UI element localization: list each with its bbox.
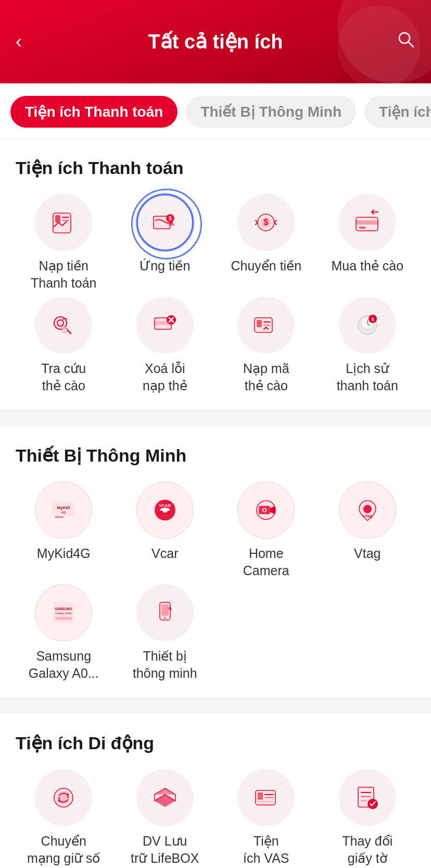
icon-grid-3a: Chuyểnmạng giữ số DV Lưutrữ LifeBOX <box>16 769 415 866</box>
icon-circle-nap-tien <box>35 194 92 251</box>
svg-text:SAMSUNG: SAMSUNG <box>55 607 72 611</box>
tabs-container: Tiện ích Thanh toán Thiết Bị Thông Minh … <box>0 83 431 139</box>
svg-text:VCAR: VCAR <box>159 503 171 508</box>
icon-grid-1b: Tra cứuthẻ cào Xoá lỗinạp thẻ <box>16 296 415 394</box>
item-thay-doi-giay-to[interactable]: Thay đổigiấy tờ <box>320 769 416 866</box>
label-thay-doi-giay-to: Thay đổigiấy tờ <box>342 833 392 866</box>
label-mykid4g: MyKid4G <box>37 545 91 562</box>
section-thiet-bi-thong-minh: Thiết Bị Thông Minh MyKiD 4G MyKid4G <box>0 426 431 697</box>
icon-circle-document <box>339 769 396 826</box>
icon-grid-2a: MyKiD 4G MyKid4G VCAR Vcar <box>16 481 415 579</box>
icon-circle-lifebox <box>136 769 194 826</box>
label-vas: Tiệních VAS <box>243 833 289 866</box>
label-samsung: SamsungGalaxy A0... <box>29 648 99 681</box>
section-title-3: Tiện ích Di động <box>16 733 415 753</box>
header: ‹ Tất cả tiện ích <box>0 0 431 83</box>
label-tra-cuu: Tra cứuthẻ cào <box>41 360 86 394</box>
tab-tien-ich-thanh-toan[interactable]: Tiện ích Thanh toán <box>10 96 178 128</box>
item-mykid4g[interactable]: MyKiD 4G MyKid4G <box>16 481 112 579</box>
svg-rect-65 <box>258 792 263 800</box>
svg-point-47 <box>263 509 265 511</box>
label-lifebox: DV Lưutrữ LifeBOX <box>131 833 199 866</box>
label-xoa-loi: Xoá lỗinạp thẻ <box>143 360 187 394</box>
icon-circle-tra-cuu <box>35 296 92 354</box>
item-xoa-loi-nap-the[interactable]: Xoá lỗinạp thẻ <box>117 296 213 394</box>
section-tien-ich-thanh-toan: Tiện ích Thanh toán Nạp tiềnThanh toán <box>0 139 431 410</box>
icon-circle-vas <box>237 769 295 826</box>
page-title: Tất cả tiện ích <box>148 30 283 53</box>
item-home-camera[interactable]: HomeCamera <box>218 481 314 579</box>
search-button[interactable] <box>397 30 415 53</box>
svg-text:$: $ <box>371 317 374 322</box>
icon-circle-vcar: VCAR <box>136 481 194 539</box>
section-title-1: Tiện ích Thanh toán <box>16 157 415 178</box>
section-title-2: Thiết Bị Thông Minh <box>16 445 415 466</box>
svg-text:$: $ <box>169 216 172 221</box>
label-lich-su: Lịch sửthanh toán <box>337 360 398 394</box>
icon-circle-home-camera <box>237 481 295 539</box>
icon-circle-chuyen-tien: $ <box>237 194 295 251</box>
svg-text:Galaxy A04e: Galaxy A04e <box>56 612 72 615</box>
item-ung-tien[interactable]: $ Ứng tiền <box>117 194 213 291</box>
divider-1 <box>0 418 431 426</box>
label-home-camera: HomeCamera <box>243 545 289 579</box>
svg-rect-38 <box>55 516 64 518</box>
svg-rect-25 <box>257 320 262 327</box>
svg-point-41 <box>167 511 170 514</box>
placeholder-2 <box>320 584 416 681</box>
icon-circle-nap-ma <box>237 296 295 354</box>
svg-point-40 <box>160 511 163 514</box>
item-nap-tien-thanh-toan[interactable]: Nạp tiềnThanh toán <box>16 194 112 291</box>
svg-rect-14 <box>359 227 365 229</box>
section-tien-ich-di-dong: Tiện ích Di động Chuyểnmạng giữ số <box>0 714 431 868</box>
label-vtag: Vtag <box>354 545 381 562</box>
svg-rect-13 <box>356 220 378 225</box>
svg-text:4G: 4G <box>61 511 66 514</box>
item-vtag[interactable]: vTag Vtag <box>320 481 416 579</box>
icon-circle-vtag: vTag <box>339 481 396 539</box>
item-mua-the-cao[interactable]: Mua thẻ cào <box>320 194 416 291</box>
label-mua-the-cao: Mua thẻ cào <box>331 257 403 275</box>
item-tien-ich-vas[interactable]: Tiệních VAS <box>218 769 314 866</box>
icon-circle-smart-device <box>136 584 194 641</box>
item-chuyen-tien[interactable]: $ Chuyển tiền <box>218 194 314 291</box>
item-chuyen-mang-giu-so[interactable]: Chuyểnmạng giữ số <box>16 769 112 866</box>
icon-circle-mua-the-cao <box>339 194 396 251</box>
tab-thiet-bi-thong-minh[interactable]: Thiết Bị Thông Minh <box>186 96 356 128</box>
placeholder-1 <box>218 584 314 681</box>
svg-point-18 <box>61 326 68 332</box>
tab-tien-ich[interactable]: Tiện ích <box>364 96 431 128</box>
icon-circle-mykid: MyKiD 4G <box>35 481 92 539</box>
svg-line-1 <box>408 42 413 47</box>
label-vcar: Vcar <box>151 545 178 562</box>
icon-circle-ung-tien: $ <box>136 194 194 251</box>
label-smart-device: Thiết bịthông minh <box>133 648 197 681</box>
icon-circle-samsung: SAMSUNG Galaxy A04e <box>35 584 92 641</box>
icon-circle-lich-su: $ <box>339 296 396 354</box>
item-samsung-galaxy[interactable]: SAMSUNG Galaxy A04e SamsungGalaxy A0... <box>16 584 112 681</box>
item-tra-cuu-the-cao[interactable]: Tra cứuthẻ cào <box>16 296 112 394</box>
svg-rect-53 <box>55 617 72 620</box>
item-thiet-bi-thong-minh[interactable]: Thiết bịthông minh <box>117 584 213 681</box>
svg-point-48 <box>363 505 372 513</box>
icon-circle-xoa-loi <box>136 296 194 354</box>
svg-point-56 <box>164 617 166 619</box>
svg-rect-3 <box>55 215 60 222</box>
icon-grid-2b: SAMSUNG Galaxy A04e SamsungGalaxy A0... … <box>16 584 415 681</box>
label-chuyen-tien: Chuyển tiền <box>231 257 301 275</box>
item-nap-ma-the-cao[interactable]: Nạp mãthẻ cào <box>218 296 314 394</box>
svg-rect-6 <box>154 216 170 229</box>
label-nap-tien: Nạp tiềnThanh toán <box>31 257 97 291</box>
svg-text:$: $ <box>264 218 269 227</box>
item-dv-luu-tru-lifebox[interactable]: DV Lưutrữ LifeBOX <box>117 769 213 866</box>
svg-rect-55 <box>161 604 169 616</box>
svg-text:MyKiD: MyKiD <box>57 505 70 510</box>
label-nap-ma: Nạp mãthẻ cào <box>243 360 289 394</box>
icon-grid-1a: Nạp tiềnThanh toán $ Ứng tiền <box>16 194 415 291</box>
back-button[interactable]: ‹ <box>16 31 22 53</box>
label-chuyen-mang: Chuyểnmạng giữ số <box>27 833 100 866</box>
item-lich-su-thanh-toan[interactable]: $ Lịch sửthanh toán <box>320 296 416 394</box>
item-vcar[interactable]: VCAR Vcar <box>117 481 213 579</box>
svg-text:vTag: vTag <box>363 514 372 518</box>
svg-point-7 <box>166 214 174 222</box>
